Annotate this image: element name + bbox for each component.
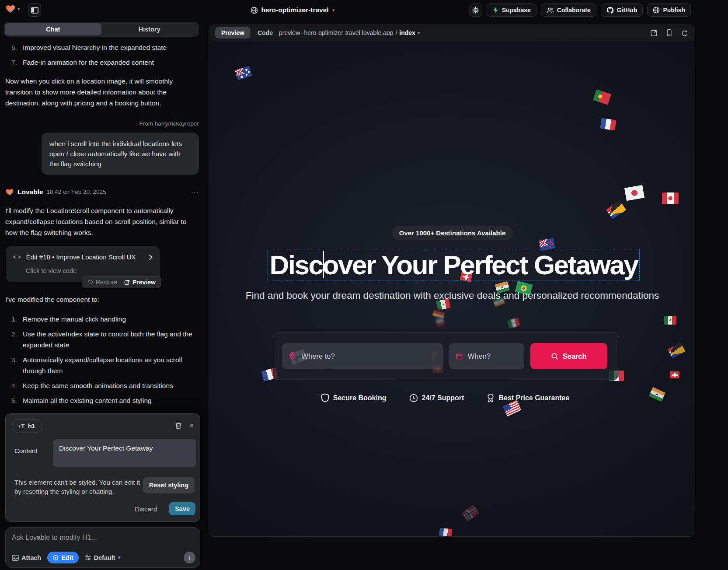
preview-label: Preview xyxy=(132,277,156,288)
target-icon xyxy=(52,555,59,561)
feature-label: 24/7 Support xyxy=(422,394,464,402)
open-in-new-tab-icon[interactable] xyxy=(651,30,657,36)
list-text: Remove the manual click handling xyxy=(23,314,126,325)
attach-button[interactable]: Attach xyxy=(10,553,43,563)
flag-south-africa-icon xyxy=(667,342,685,359)
style-note: This element can't be styled. You can ed… xyxy=(14,478,146,496)
topbar: ▾ hero-optimizer-travel ▾ xyxy=(0,0,728,20)
flag-mexico-icon xyxy=(507,317,520,328)
github-label: GitHub xyxy=(617,7,637,14)
code-icon: <> xyxy=(13,252,22,262)
edit-card-wrap: <> Edit #18 • Improve Location Scroll UX… xyxy=(5,246,199,288)
image-icon xyxy=(12,555,19,561)
assistant-paragraph: I'll modify the LocationScroll component… xyxy=(5,205,199,238)
chevron-right-icon xyxy=(149,254,153,260)
url-page: index xyxy=(399,29,415,36)
hero-subtitle: Find and book your dream destination wit… xyxy=(209,290,695,301)
restore-preview-pill: Restore Preview xyxy=(82,276,161,288)
send-button[interactable]: ↑ xyxy=(184,552,195,563)
url-host: preview--hero-optimizer-travel.lovable.a… xyxy=(279,29,393,36)
when-field[interactable] xyxy=(449,343,524,369)
numbered-list: 1. Remove the manual click handling 2. U… xyxy=(5,314,199,406)
tab-chat[interactable]: Chat xyxy=(5,23,101,35)
content-field[interactable]: Discover Your Perfect Getaway xyxy=(53,439,196,467)
edit-mode-button[interactable]: Edit xyxy=(47,552,78,563)
sidebar-toggle-button[interactable] xyxy=(28,3,41,17)
list-item: 4. Keep the same smooth animations and t… xyxy=(11,380,199,391)
flag-japan-icon xyxy=(624,185,645,201)
trash-icon[interactable] xyxy=(175,422,182,430)
when-input[interactable] xyxy=(467,352,517,361)
list-item: 3. Automatically expand/collapse locatio… xyxy=(11,354,199,376)
user-message-bubble: when i scroll into the individual locati… xyxy=(42,133,199,175)
lovable-logo[interactable]: ▾ xyxy=(5,3,20,14)
github-icon xyxy=(606,7,614,14)
list-text: Use the activeIndex state to control bot… xyxy=(23,329,199,350)
preview-button[interactable]: Preview xyxy=(124,277,156,288)
publish-label: Publish xyxy=(663,7,685,14)
tab-history[interactable]: History xyxy=(101,23,198,35)
mobile-view-icon[interactable] xyxy=(667,29,672,36)
text-caret xyxy=(323,251,324,278)
features-row: Secure Booking 24/7 Support Best Price G… xyxy=(209,393,681,402)
globe-icon xyxy=(251,7,258,14)
chat-thread: 6. Improved visual hierarchy in the expa… xyxy=(5,42,199,410)
assistant-paragraph: I've modified the component to: xyxy=(5,294,199,305)
heart-icon xyxy=(5,188,14,196)
hero-title[interactable]: Discover Your Perfect Getaway xyxy=(270,249,638,280)
element-tag-pill[interactable]: TT h1 xyxy=(12,419,42,433)
gear-icon xyxy=(472,7,479,14)
message-timestamp: 18:42 on Feb 20, 2025 xyxy=(47,186,106,197)
restore-button[interactable]: Restore xyxy=(87,277,117,288)
tab-preview[interactable]: Preview xyxy=(215,27,251,38)
collaborate-button[interactable]: Collaborate xyxy=(541,3,596,17)
restore-icon xyxy=(87,280,93,285)
project-selector[interactable]: hero-optimizer-travel ▾ xyxy=(251,0,335,20)
discard-button[interactable]: Discard xyxy=(132,505,160,513)
external-link-icon xyxy=(124,280,130,285)
edit-card-title: Edit #18 • Improve Location Scroll UX xyxy=(26,252,136,262)
attach-label: Attach xyxy=(21,554,41,561)
chevron-down-icon: ▾ xyxy=(17,7,20,11)
list-text: Keep the same smooth animations and tran… xyxy=(23,380,173,391)
search-button[interactable]: Search xyxy=(530,343,607,369)
collaborate-label: Collaborate xyxy=(557,7,591,14)
list-item: 5. Maintain all the existing content and… xyxy=(11,395,199,406)
preview-header: Preview Code preview--hero-optimizer-tra… xyxy=(209,25,695,41)
sidebar: Chat History 6. Improved visual hierarch… xyxy=(0,20,202,570)
message-author-label: From harrymckayroper xyxy=(5,118,199,129)
reset-styling-button[interactable]: Reset styling xyxy=(143,477,195,493)
content-label: Content xyxy=(14,447,38,455)
list-number: 2. xyxy=(11,329,23,350)
location-pin-icon xyxy=(289,352,296,360)
feature-best-price: Best Price Guarantee xyxy=(487,393,569,402)
prompt-input[interactable] xyxy=(11,531,195,544)
search-icon xyxy=(551,353,558,360)
list-number: 5. xyxy=(11,395,23,406)
search-bar: Search xyxy=(273,332,619,380)
message-menu-button[interactable]: ··· xyxy=(191,186,199,197)
supabase-icon xyxy=(492,7,499,14)
feature-support: 24/7 Support xyxy=(409,393,464,402)
supabase-button[interactable]: Supabase xyxy=(487,3,536,17)
github-button[interactable]: GitHub xyxy=(601,3,643,17)
tab-code[interactable]: Code xyxy=(258,29,273,36)
close-icon[interactable]: × xyxy=(190,422,194,430)
flag-norway-icon xyxy=(461,504,480,521)
flag-south-africa-icon xyxy=(606,200,627,219)
settings-button[interactable] xyxy=(469,3,482,17)
flag-france-icon xyxy=(439,528,452,537)
model-default-button[interactable]: Default ▾ xyxy=(83,553,122,563)
save-button[interactable]: Save xyxy=(169,502,195,515)
search-label: Search xyxy=(562,352,586,360)
list-number: 4. xyxy=(11,380,23,391)
where-to-field[interactable] xyxy=(282,343,443,369)
panel-icon xyxy=(31,7,38,14)
assistant-paragraph: Now when you click on a location image, … xyxy=(5,76,199,108)
chevron-down-icon: ▾ xyxy=(332,8,335,13)
topbar-actions: Supabase Collaborate GitHub Publish xyxy=(469,3,691,17)
refresh-icon[interactable] xyxy=(681,30,688,36)
publish-button[interactable]: Publish xyxy=(647,3,691,17)
where-to-input[interactable] xyxy=(301,352,436,361)
url-bar[interactable]: preview--hero-optimizer-travel.lovable.a… xyxy=(279,25,420,41)
